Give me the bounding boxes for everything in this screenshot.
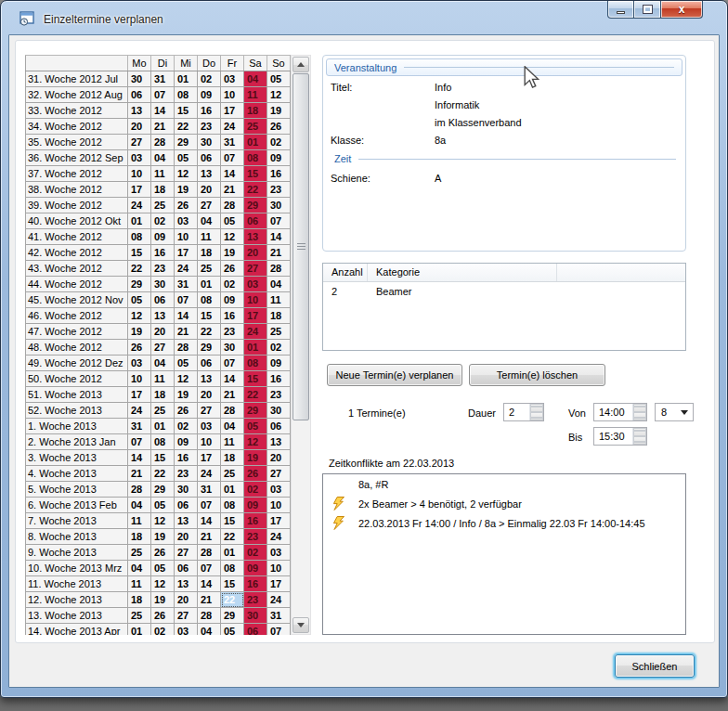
kategorie-column-header[interactable]: Kategorie [368, 264, 557, 281]
day-cell[interactable]: 18 [198, 245, 221, 261]
day-cell[interactable]: 07 [198, 561, 221, 576]
day-cell[interactable]: 15 [128, 245, 151, 261]
day-cell[interactable]: 09 [267, 150, 291, 166]
delete-termine-button[interactable]: Termin(e) löschen [469, 364, 605, 386]
day-cell[interactable]: 19 [175, 182, 198, 198]
day-cell[interactable]: 02 [151, 624, 175, 636]
day-cell[interactable]: 24 [128, 198, 151, 213]
day-cell[interactable]: 26 [128, 340, 151, 356]
day-cell[interactable]: 14 [198, 576, 221, 592]
day-cell[interactable]: 12 [128, 308, 151, 324]
day-cell[interactable]: 10 [198, 434, 221, 450]
day-cell[interactable]: 08 [221, 561, 244, 576]
day-cell[interactable]: 08 [244, 150, 267, 166]
day-cell[interactable]: 31 [221, 135, 244, 150]
day-cell[interactable]: 30 [151, 277, 175, 292]
day-cell[interactable]: 17 [267, 513, 291, 529]
day-cell[interactable]: 24 [244, 324, 267, 340]
day-cell[interactable]: 08 [221, 498, 244, 513]
day-cell[interactable]: 16 [244, 576, 267, 592]
day-cell[interactable]: 09 [244, 498, 267, 513]
day-cell[interactable]: 14 [175, 308, 198, 324]
day-cell[interactable]: 04 [151, 150, 175, 166]
bis-time-spinner[interactable]: 15:30 [593, 427, 647, 446]
day-cell[interactable]: 15 [175, 103, 198, 119]
day-cell[interactable]: 03 [175, 624, 198, 636]
day-cell[interactable]: 13 [151, 308, 175, 324]
day-cell[interactable]: 19 [128, 324, 151, 340]
schliessen-button[interactable]: Schließen [615, 654, 695, 678]
day-cell[interactable]: 20 [267, 450, 291, 466]
selected-day-cell[interactable]: 22 [221, 592, 244, 608]
day-cell[interactable]: 26 [175, 198, 198, 213]
day-cell[interactable]: 19 [244, 450, 267, 466]
von-spin-down-button[interactable] [633, 412, 646, 420]
day-cell[interactable]: 13 [175, 576, 198, 592]
day-cell[interactable]: 11 [267, 292, 291, 308]
day-cell[interactable]: 11 [244, 87, 267, 103]
day-cell[interactable]: 07 [267, 213, 291, 229]
day-cell[interactable]: 30 [221, 340, 244, 356]
day-cell[interactable]: 06 [151, 292, 175, 308]
conflicts-listbox[interactable]: 8a, #R2x Beamer > 4 benötigt, 2 verfügba… [322, 473, 686, 635]
day-cell[interactable]: 12 [244, 434, 267, 450]
day-cell[interactable]: 21 [267, 245, 291, 261]
day-cell[interactable]: 02 [221, 277, 244, 292]
day-cell[interactable]: 07 [198, 498, 221, 513]
day-cell[interactable]: 20 [128, 119, 151, 135]
dauer-spin-up-button[interactable] [530, 404, 543, 412]
day-cell[interactable]: 29 [128, 277, 151, 292]
day-cell[interactable]: 20 [244, 245, 267, 261]
day-cell[interactable]: 12 [175, 166, 198, 182]
day-cell[interactable]: 17 [175, 245, 198, 261]
day-cell[interactable]: 27 [244, 261, 267, 277]
day-cell[interactable]: 01 [244, 340, 267, 356]
day-cell[interactable]: 20 [175, 529, 198, 545]
day-cell[interactable]: 16 [244, 513, 267, 529]
day-cell[interactable]: 07 [221, 150, 244, 166]
conflict-item[interactable]: 22.03.2013 Fr 14:00 / Info / 8a > Einmal… [323, 513, 685, 533]
day-cell[interactable]: 20 [198, 387, 221, 403]
day-cell[interactable]: 06 [244, 624, 267, 636]
day-cell[interactable]: 22 [221, 529, 244, 545]
day-cell[interactable]: 18 [151, 387, 175, 403]
day-cell[interactable]: 20 [175, 592, 198, 608]
day-cell[interactable]: 23 [151, 261, 175, 277]
day-cell[interactable]: 29 [244, 198, 267, 213]
day-cell[interactable]: 12 [221, 229, 244, 245]
day-cell[interactable]: 21 [128, 466, 151, 482]
scroll-up-button[interactable] [292, 57, 309, 72]
day-cell[interactable]: 11 [128, 576, 151, 592]
day-cell[interactable]: 06 [244, 213, 267, 229]
day-cell[interactable]: 24 [267, 529, 291, 545]
day-cell[interactable]: 27 [151, 340, 175, 356]
day-cell[interactable]: 10 [244, 292, 267, 308]
day-cell[interactable]: 19 [151, 592, 175, 608]
day-cell[interactable]: 24 [267, 592, 291, 608]
day-cell[interactable]: 28 [128, 482, 151, 498]
day-cell[interactable]: 05 [175, 356, 198, 371]
day-cell[interactable]: 26 [175, 403, 198, 419]
day-cell[interactable]: 01 [128, 624, 151, 636]
day-cell[interactable]: 27 [267, 466, 291, 482]
minimize-button[interactable] [607, 1, 634, 19]
day-cell[interactable]: 02 [267, 135, 291, 150]
day-cell[interactable]: 14 [267, 229, 291, 245]
day-cell[interactable]: 10 [221, 87, 244, 103]
day-cell[interactable]: 24 [128, 403, 151, 419]
conflict-item[interactable]: 2x Beamer > 4 benötigt, 2 verfügbar [323, 494, 685, 513]
day-cell[interactable]: 24 [198, 466, 221, 482]
day-cell[interactable]: 14 [151, 103, 175, 119]
day-cell[interactable]: 03 [267, 545, 291, 561]
day-cell[interactable]: 21 [198, 592, 221, 608]
resource-row[interactable]: 2 Beamer [323, 282, 685, 301]
day-cell[interactable]: 06 [175, 498, 198, 513]
day-cell[interactable]: 29 [151, 482, 175, 498]
day-cell[interactable]: 27 [128, 135, 151, 150]
day-cell[interactable]: 14 [128, 450, 151, 466]
day-cell[interactable]: 09 [244, 561, 267, 576]
day-cell[interactable]: 07 [151, 87, 175, 103]
day-cell[interactable]: 07 [221, 356, 244, 371]
day-cell[interactable]: 28 [221, 198, 244, 213]
day-cell[interactable]: 23 [221, 324, 244, 340]
